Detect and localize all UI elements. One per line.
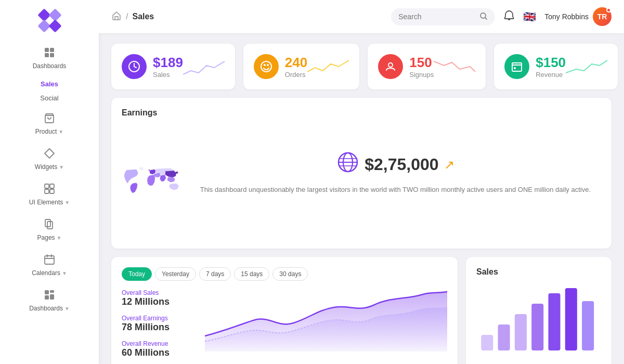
sidebar-item-dashboards[interactable]: Dashboards (0, 42, 99, 75)
dashboards2-label: Dashboards ▼ (29, 305, 70, 312)
sidebar-item-pages[interactable]: Pages ▼ (0, 213, 99, 246)
sidebar-item-product[interactable]: Product ▼ (0, 107, 99, 140)
dashboards-label: Dashboards (33, 62, 67, 70)
svg-rect-14 (50, 294, 54, 300)
logo (37, 10, 62, 29)
calendars-chevron: ▼ (62, 270, 67, 276)
search-input[interactable] (398, 12, 475, 21)
widgets-icon (44, 148, 55, 162)
svg-rect-11 (45, 290, 49, 294)
stat-chart-signups (434, 56, 475, 77)
svg-rect-27 (515, 314, 527, 350)
stat-card-revenue: $150 Revenue (494, 44, 618, 89)
svg-rect-0 (45, 48, 49, 52)
ui-elements-chevron: ▼ (64, 200, 70, 205)
stat-label-orders: Orders (285, 71, 307, 79)
overall-chart-area (205, 289, 447, 354)
stats-row: $189 Sales (111, 44, 612, 89)
ui-elements-icon (44, 183, 55, 197)
earnings-amount-row: $2,75,000 ↗ (200, 151, 591, 178)
svg-rect-10 (45, 256, 54, 264)
search-icon (479, 12, 488, 22)
overall-stat-label-sales: Overall Sales (122, 289, 194, 296)
stat-card-signups: 150 Signups (368, 44, 486, 89)
svg-rect-13 (45, 295, 49, 300)
time-btn-15days[interactable]: 15 days (234, 267, 269, 281)
time-btn-yesterday[interactable]: Yesterday (155, 267, 196, 281)
overall-stat-revenue: Overall Revenue 60 Millions (122, 340, 194, 358)
breadcrumb: / Sales (111, 10, 154, 23)
earnings-globe-icon (336, 151, 359, 178)
svg-rect-25 (481, 335, 493, 350)
user-profile[interactable]: Tony Robbins TR (544, 7, 612, 26)
stat-chart-revenue (566, 56, 607, 77)
widgets-chevron: ▼ (59, 164, 64, 170)
main-content: / Sales 🇬🇧 Tony Ro (99, 0, 624, 364)
sidebar-sub-sales: Sales Social (0, 77, 99, 105)
svg-rect-8 (45, 219, 50, 227)
stat-value-sales: $189 (153, 55, 183, 71)
overall-stat-value-revenue: 60 Millions (122, 347, 194, 358)
stat-label-sales: Sales (153, 71, 183, 79)
time-btn-30days[interactable]: 30 days (272, 267, 308, 281)
ui-elements-label: UI Elements ▼ (29, 199, 70, 206)
sidebar-item-ui-elements[interactable]: UI Elements ▼ (0, 178, 99, 211)
dashboards2-icon (44, 289, 55, 303)
svg-rect-29 (548, 293, 560, 350)
pages-chevron: ▼ (57, 235, 62, 241)
time-btn-7days[interactable]: 7 days (199, 267, 231, 281)
overall-stat-earnings: Overall Earnings 78 Millions (122, 315, 194, 333)
svg-rect-3 (50, 53, 54, 57)
overall-stat-label-revenue: Overall Revenue (122, 340, 194, 347)
overall-header: Today Yesterday 7 days 15 days 30 days (122, 267, 447, 281)
stat-left-signups: 150 Signups (378, 54, 434, 79)
stat-card-sales: $189 Sales (111, 44, 235, 89)
svg-rect-31 (582, 301, 594, 350)
stat-chart-sales (183, 56, 225, 77)
breadcrumb-separator: / (126, 12, 128, 21)
svg-rect-28 (531, 304, 543, 350)
earnings-amount: $2,75,000 (365, 155, 438, 174)
calendars-label: Calendars ▼ (32, 269, 67, 277)
overall-stat-label-earnings: Overall Earnings (122, 315, 194, 322)
world-map-container (122, 124, 190, 238)
bar-chart-svg (476, 283, 601, 356)
notification-icon[interactable] (503, 10, 515, 24)
dashboards2-chevron: ▼ (64, 306, 70, 311)
product-label: Product ▼ (35, 128, 63, 135)
header: / Sales 🇬🇧 Tony Ro (99, 0, 624, 33)
search-bar[interactable] (391, 8, 495, 25)
overall-stat-value-sales: 12 Millions (122, 296, 194, 307)
stat-value-revenue: $150 (536, 55, 566, 71)
svg-point-19 (267, 64, 269, 66)
header-right: 🇬🇧 Tony Robbins TR (391, 7, 612, 26)
sales-mini-title: Sales (476, 267, 601, 277)
breadcrumb-current: Sales (132, 12, 154, 21)
svg-rect-12 (50, 290, 54, 293)
sidebar-item-calendars[interactable]: Calendars ▼ (0, 249, 99, 282)
sidebar-item-social[interactable]: Social (0, 91, 99, 105)
svg-point-20 (388, 63, 393, 67)
earnings-title: Earnings (122, 108, 190, 118)
sidebar-item-widgets[interactable]: Widgets ▼ (0, 142, 99, 176)
widgets-label: Widgets ▼ (35, 163, 64, 171)
earnings-card: Earnings (111, 98, 612, 249)
stat-chart-orders (307, 56, 349, 77)
logo-diamond-4 (48, 19, 61, 32)
stat-left-revenue: $150 Revenue (504, 54, 566, 79)
dashboards-icon (44, 47, 55, 61)
flag-icon[interactable]: 🇬🇧 (523, 10, 536, 23)
sidebar-item-sales[interactable]: Sales (0, 77, 99, 91)
time-filters: Today Yesterday 7 days 15 days 30 days (122, 267, 308, 281)
stat-card-orders: 240 Orders (243, 44, 359, 89)
svg-point-18 (264, 64, 266, 66)
time-btn-today[interactable]: Today (122, 267, 152, 281)
home-icon[interactable] (111, 10, 122, 23)
stat-value-signups: 150 (409, 55, 434, 71)
user-name: Tony Robbins (544, 12, 589, 21)
sidebar-item-dashboards2[interactable]: Dashboards ▼ (0, 284, 99, 317)
stat-label-revenue: Revenue (536, 71, 566, 79)
calendars-icon (44, 254, 55, 268)
svg-rect-5 (50, 184, 54, 188)
earnings-description: This dashboard unquestionably the larges… (200, 185, 591, 196)
